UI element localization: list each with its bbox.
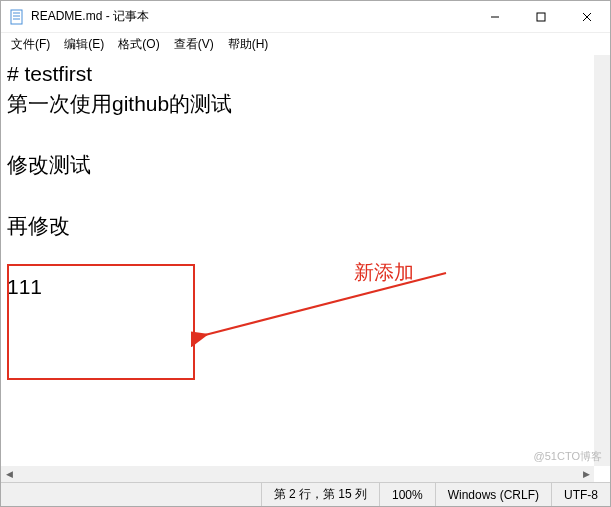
- scrollbar-horizontal[interactable]: ◀ ▶: [1, 466, 594, 482]
- text-content[interactable]: # testfirst 第一次使用github的测试 修改测试 再修改 111: [1, 55, 594, 466]
- menu-file[interactable]: 文件(F): [5, 34, 56, 55]
- svg-rect-5: [537, 13, 545, 21]
- text-line: 修改测试: [7, 153, 91, 176]
- maximize-button[interactable]: [518, 1, 564, 32]
- menubar: 文件(F) 编辑(E) 格式(O) 查看(V) 帮助(H): [1, 33, 610, 55]
- menu-edit[interactable]: 编辑(E): [58, 34, 110, 55]
- text-line: 再修改: [7, 214, 70, 237]
- app-icon: [9, 9, 25, 25]
- statusbar: 第 2 行，第 15 列 100% Windows (CRLF) UTF-8: [1, 482, 610, 506]
- window-title: README.md - 记事本: [31, 8, 472, 25]
- close-button[interactable]: [564, 1, 610, 32]
- scrollbar-vertical[interactable]: [594, 55, 610, 466]
- titlebar[interactable]: README.md - 记事本: [1, 1, 610, 33]
- status-position: 第 2 行，第 15 列: [261, 483, 379, 506]
- svg-rect-0: [11, 10, 22, 24]
- text-line: # testfirst: [7, 62, 92, 85]
- editor-area: # testfirst 第一次使用github的测试 修改测试 再修改 111 …: [1, 55, 610, 482]
- menu-view[interactable]: 查看(V): [168, 34, 220, 55]
- text-line: 111: [7, 275, 42, 298]
- status-line-ending: Windows (CRLF): [435, 483, 551, 506]
- status-zoom: 100%: [379, 483, 435, 506]
- scroll-right-icon[interactable]: ▶: [578, 466, 594, 482]
- notepad-window: README.md - 记事本 文件(F) 编辑(E) 格式(O) 查看(V) …: [0, 0, 611, 507]
- window-controls: [472, 1, 610, 32]
- menu-format[interactable]: 格式(O): [112, 34, 165, 55]
- menu-help[interactable]: 帮助(H): [222, 34, 275, 55]
- scroll-left-icon[interactable]: ◀: [1, 466, 17, 482]
- minimize-button[interactable]: [472, 1, 518, 32]
- status-encoding: UTF-8: [551, 483, 610, 506]
- text-line: 第一次使用github的测试: [7, 92, 232, 115]
